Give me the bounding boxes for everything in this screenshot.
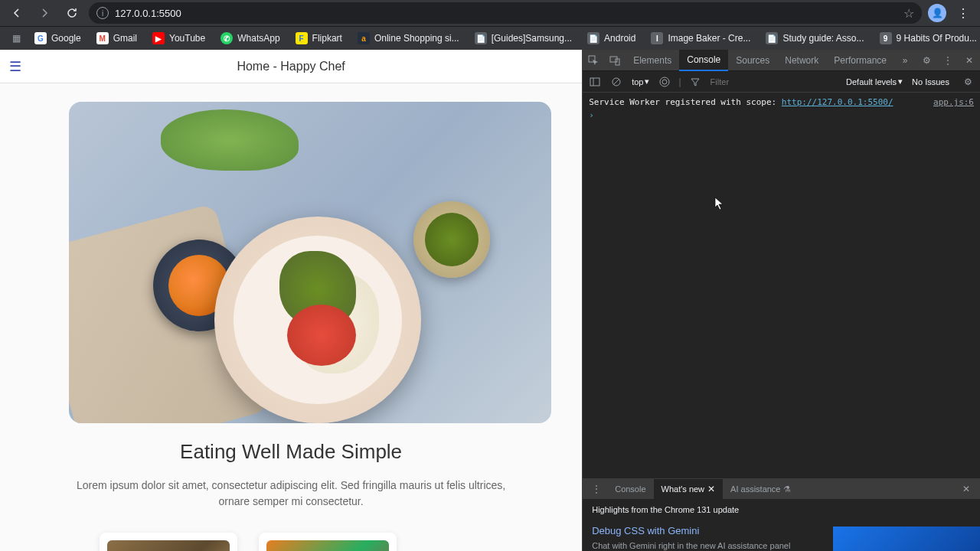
apps-button[interactable]: ▦ [6,30,25,47]
bookmark-item[interactable]: 📄Study guide: Asso... [760,29,870,47]
bookmark-favicon: F [296,32,308,44]
more-tabs-icon[interactable]: » [894,50,916,71]
devtools-panel: ElementsConsoleSourcesNetworkPerformance… [583,50,980,551]
profile-avatar[interactable]: 👤 [928,4,946,22]
drawer-close-icon[interactable]: ✕ [956,478,977,500]
back-button[interactable] [6,2,28,24]
bookmark-favicon: G [34,32,47,44]
chrome-menu-icon[interactable]: ⋮ [952,6,974,21]
bookmark-label: YouTube [169,33,205,44]
log-source-link[interactable]: app.js:6 [933,97,974,107]
reload-button[interactable] [61,2,83,24]
log-message: Service Worker registered with scope: ht… [589,97,933,107]
bookmark-label: Gmail [113,33,137,44]
console-filter-input[interactable] [707,74,819,90]
svg-point-8 [660,77,669,86]
bookmark-item[interactable]: ▶YouTube [146,29,211,47]
feature-thumbnail [833,527,980,551]
bookmark-label: 9 Habits Of Produ... [897,33,977,44]
bookmark-favicon: ▶ [152,32,165,44]
svg-rect-3 [590,78,599,86]
mouse-cursor-icon [714,197,725,210]
forward-button[interactable] [34,2,55,24]
drawer-menu-icon[interactable]: ⋮ [586,478,607,500]
devtools-tab-performance[interactable]: Performance [826,50,894,71]
flask-icon: ⚗ [783,484,791,494]
device-toolbar-icon[interactable] [604,50,626,71]
bookmark-item[interactable]: IImage Baker - Cre... [645,29,756,47]
menu-hamburger-icon[interactable]: ☰ [9,58,21,75]
bookmark-label: Image Baker - Cre... [668,33,750,44]
bookmark-label: Online Shopping si... [374,33,459,44]
console-input[interactable] [599,110,974,120]
bookmark-label: [Guides]Samsung... [492,33,572,44]
bookmark-item[interactable]: ✆WhatsApp [214,29,286,47]
bookmark-favicon: 📄 [766,32,778,44]
clear-console-icon[interactable] [607,73,626,91]
address-bar[interactable]: i 127.0.0.1:5500 ☆ [89,2,922,24]
hero-image [69,102,551,423]
site-info-icon[interactable]: i [96,7,109,19]
drawer-tab-whatsnew[interactable]: What's new✕ [654,479,724,499]
filter-icon [686,73,704,91]
devtools-tab-sources[interactable]: Sources [728,50,777,71]
console-prompt[interactable]: › [589,109,974,122]
recipe-card-image [266,540,389,551]
devtools-tab-network[interactable]: Network [777,50,826,71]
svg-point-7 [662,80,667,84]
page-header: ☰ Home - Happy Chef [0,50,582,83]
svg-line-6 [613,79,619,85]
bookmark-label: Study guide: Asso... [782,33,864,44]
drawer-tab-console[interactable]: Console [607,479,653,499]
bookmark-item[interactable]: FFlipkart [289,29,348,47]
drawer-tabs: ⋮ Console What's new✕ AI assistance⚗ ✕ [583,479,980,499]
bookmark-favicon: I [651,32,663,44]
console-sidebar-toggle-icon[interactable] [586,73,604,91]
issues-count[interactable]: No Issues [906,77,956,86]
whatsnew-heading: Highlights from the Chrome 131 update [592,505,971,514]
bookmark-favicon: ✆ [220,32,233,44]
bookmark-item[interactable]: MGmail [90,29,143,47]
console-toolbar: top▾ | Default levels▾ No Issues ⚙ [583,71,980,93]
bookmark-favicon: a [358,32,370,44]
devtools-tab-console[interactable]: Console [679,50,728,71]
bookmark-item[interactable]: 99 Habits Of Produ... [874,29,980,47]
prompt-arrow-icon: › [589,110,594,120]
bookmark-favicon: 9 [880,32,892,44]
log-levels-select[interactable]: Default levels▾ [846,77,903,86]
bookmark-item[interactable]: GGoogle [28,29,87,47]
console-log-row: Service Worker registered with scope: ht… [589,96,974,109]
log-link[interactable]: http://127.0.0.1:5500/ [782,97,893,107]
bookmark-label: WhatsApp [237,33,279,44]
bookmark-label: Google [51,33,81,44]
hero-title: Eating Well Made Simple [69,440,513,464]
close-icon[interactable]: ✕ [707,484,715,494]
recipe-card[interactable] [100,533,237,551]
bookmark-star-icon[interactable]: ☆ [903,6,914,21]
console-settings-icon[interactable]: ⚙ [959,73,977,91]
devtools-drawer: ⋮ Console What's new✕ AI assistance⚗ ✕ H… [583,478,980,551]
devtools-menu-icon[interactable]: ⋮ [937,50,959,71]
devtools-close-icon[interactable]: ✕ [959,50,980,71]
url-text: 127.0.0.1:5500 [115,8,181,19]
recipe-cards [69,533,513,551]
bookmark-favicon: 📄 [475,32,487,44]
drawer-content: Highlights from the Chrome 131 update De… [583,499,980,551]
bookmark-item[interactable]: aOnline Shopping si... [351,29,466,47]
bookmark-favicon: M [96,32,109,44]
devtools-tab-elements[interactable]: Elements [626,50,679,71]
live-expression-icon[interactable] [655,73,674,91]
hero-description: Lorem ipsum dolor sit amet, consectetur … [69,478,513,510]
devtools-settings-icon[interactable]: ⚙ [916,50,937,71]
bookmark-item[interactable]: 📄[Guides]Samsung... [469,29,578,47]
bookmark-label: Android [604,33,635,44]
inspect-element-icon[interactable] [583,50,604,71]
bookmark-label: Flipkart [312,33,342,44]
bookmark-item[interactable]: 📄Android [581,29,642,47]
console-output[interactable]: Service Worker registered with scope: ht… [583,93,980,478]
drawer-tab-ai[interactable]: AI assistance⚗ [723,479,799,499]
page-content: Eating Well Made Simple Lorem ipsum dolo… [0,83,582,551]
recipe-card[interactable] [259,533,397,551]
devtools-tabs: ElementsConsoleSourcesNetworkPerformance… [583,50,980,71]
execution-context-select[interactable]: top▾ [629,75,652,88]
